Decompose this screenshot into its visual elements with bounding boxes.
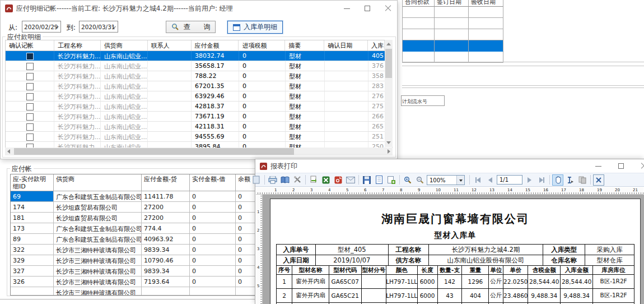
zoom-select[interactable]: 100% (427, 175, 465, 185)
confirm-cell[interactable] (6, 61, 54, 71)
checkbox[interactable] (26, 83, 34, 90)
table-row[interactable]: 长沙万科魅力...山东南山铝业...63929.460型材276 (6, 91, 392, 102)
id-cell[interactable]: 181 (11, 213, 54, 223)
first-page-icon[interactable] (472, 174, 483, 186)
query-button[interactable]: 查 询 (166, 21, 216, 33)
table-row[interactable]: 长沙万科魅力...山东南山铝业...67201.350型材283 (6, 81, 392, 91)
table-row[interactable] (403, 40, 503, 52)
scroll-right-icon[interactable] (388, 149, 390, 154)
minimize-icon[interactable] (344, 8, 350, 9)
id-cell[interactable]: 174 (11, 202, 54, 213)
column-header[interactable]: 应付金额-贷 (142, 174, 190, 191)
table-row[interactable]: 长沙万科魅力...山东南山铝业...73671.190型材266 (6, 112, 392, 122)
horizontal-scrollbar[interactable] (5, 148, 393, 155)
confirm-cell[interactable] (6, 51, 54, 61)
last-page-icon[interactable] (536, 174, 547, 186)
inbound-detail-button[interactable]: 入库单明细 (227, 21, 283, 34)
column-header[interactable]: 入库 (368, 40, 385, 50)
print-icon[interactable] (267, 174, 278, 186)
add-page-icon[interactable] (386, 174, 397, 186)
pdf-export-icon[interactable] (333, 174, 344, 186)
confirm-cell[interactable] (6, 91, 54, 101)
column-header[interactable]: 应付金额 (192, 40, 239, 50)
checkbox[interactable] (26, 133, 34, 141)
titlebar[interactable]: 报表打印 (255, 159, 644, 173)
confirm-cell[interactable] (6, 81, 54, 91)
page-icon[interactable] (374, 174, 385, 186)
column-header[interactable]: 供货商 (101, 40, 148, 50)
scrollbar-thumb[interactable] (14, 148, 294, 155)
confirm-cell[interactable] (6, 102, 54, 111)
confirm-cell[interactable] (6, 122, 54, 131)
confirm-cell[interactable] (6, 112, 54, 121)
checkbox[interactable] (26, 103, 34, 110)
book-icon[interactable] (279, 174, 291, 186)
column-header[interactable]: 工程名称 (54, 40, 101, 50)
hand-tool-icon[interactable] (552, 174, 563, 186)
table-row[interactable]: 长沙万科魅力...山东南山铝业...35658.170型材376 (6, 61, 392, 71)
column-header[interactable]: 供货商 (54, 174, 142, 191)
id-cell[interactable]: 329 (11, 255, 54, 266)
table-row[interactable]: 长沙万科魅力...山东南山铝业...94555.690型材251 (6, 132, 392, 142)
id-cell[interactable]: 89 (11, 234, 54, 245)
confirm-cell[interactable] (6, 71, 54, 81)
zoom-out-icon[interactable] (414, 174, 426, 186)
id-cell[interactable] (11, 287, 54, 295)
scrollbar-thumb[interactable] (385, 49, 392, 78)
column-header[interactable]: 联系人 (148, 40, 192, 50)
save-icon[interactable] (361, 174, 372, 186)
checkbox[interactable] (26, 73, 34, 80)
id-cell[interactable]: 69 (11, 191, 54, 202)
text-select-icon[interactable] (564, 174, 576, 186)
next-page-icon[interactable] (524, 174, 535, 186)
zoom-in-icon[interactable] (402, 174, 413, 186)
dropdown-arrow-icon[interactable] (456, 176, 464, 185)
table-row[interactable]: 长沙万科魅力...山东南山铝业...38032.740型材405 (6, 51, 392, 61)
id-cell[interactable]: 173 (11, 223, 54, 234)
close-icon[interactable] (641, 163, 644, 169)
column-header[interactable]: 确认日期 (324, 40, 368, 50)
scroll-left-icon[interactable] (7, 149, 10, 154)
close-preview-icon[interactable] (593, 174, 604, 186)
minimize-icon[interactable] (595, 166, 601, 167)
column-header[interactable]: 摘要 (285, 40, 324, 50)
checkbox[interactable] (26, 53, 34, 60)
prev-page-icon[interactable] (484, 174, 496, 186)
table-row[interactable] (403, 18, 503, 29)
mail-icon[interactable] (345, 174, 356, 186)
checkbox[interactable] (26, 113, 34, 121)
export-icon[interactable] (308, 174, 319, 186)
table-row[interactable]: 长沙万科魅力...山东南山铝业...42118.310型材265 (6, 122, 392, 132)
id-cell[interactable]: 326 (11, 277, 54, 287)
document-icon[interactable] (251, 174, 262, 186)
table-row[interactable] (403, 52, 503, 63)
table-row[interactable]: 长沙万科魅力...山东南山铝业...788.220型材358 (6, 71, 392, 81)
excel-export-icon[interactable] (320, 174, 332, 186)
table-row[interactable]: 长沙万科魅力...山东南山铝业...42818.370型材275 (6, 102, 392, 112)
checkbox[interactable] (26, 93, 34, 100)
column-header[interactable]: 进项税额 (239, 40, 285, 50)
from-date-combobox[interactable]: 2020/02/29 (22, 21, 61, 33)
id-cell[interactable]: 322 (11, 245, 54, 255)
page-nav-input[interactable]: 1/1 (497, 175, 522, 185)
maximize-icon[interactable] (618, 163, 624, 169)
copy-icon[interactable] (577, 174, 588, 186)
vertical-scrollbar[interactable] (385, 40, 393, 147)
titlebar[interactable]: 应付明细记帐------当前工程: 长沙万科魅力之城4.2期------当前用户… (1, 1, 397, 16)
column-header[interactable]: 确认记帐 (6, 40, 54, 50)
preview-area[interactable]: 湖南巨晟门窗幕墙有限公司 型材入库单 入库单号型材_405工程名称长沙万科魅力之… (263, 195, 644, 304)
checkbox[interactable] (26, 63, 34, 70)
checkbox[interactable] (26, 123, 34, 131)
maximize-icon[interactable] (365, 6, 370, 11)
to-date-combobox[interactable]: 2020/03/31 (79, 21, 118, 33)
confirm-cell[interactable] (6, 132, 54, 141)
table-row[interactable] (403, 7, 503, 18)
column-header[interactable]: 应-实付款明 细ID (11, 174, 54, 191)
table-row[interactable] (403, 29, 503, 40)
scroll-down-icon[interactable] (386, 141, 391, 144)
id-cell[interactable]: 327 (11, 266, 54, 277)
close-icon[interactable] (385, 5, 391, 12)
scroll-up-icon[interactable] (386, 43, 391, 45)
tools-icon[interactable] (292, 174, 303, 186)
column-header[interactable]: 实付金额-借 (190, 174, 236, 191)
